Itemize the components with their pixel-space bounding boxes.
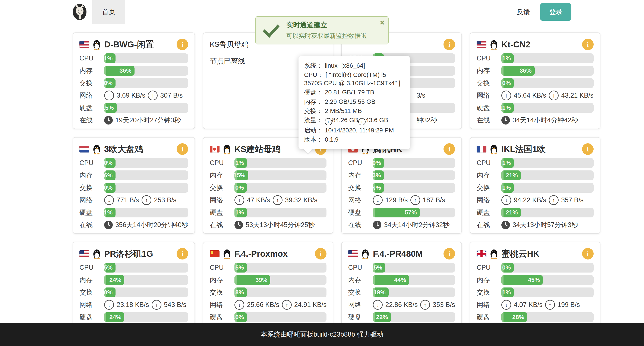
memory-usage-fill: 24% — [104, 275, 124, 285]
cpu-row: CPU 5% — [210, 263, 326, 272]
disk-label: 硬盘 — [476, 208, 501, 217]
tooltip-label: 系统： — [304, 62, 323, 69]
memory-usage-fill: 36% — [104, 66, 134, 76]
memory-percent: 24% — [109, 276, 121, 284]
nav-link-feedback[interactable]: 反馈 — [517, 8, 530, 16]
tooltip-label: 内存： — [304, 98, 323, 105]
swap-usage-bar: 1% — [501, 183, 594, 193]
network-label: 网络 — [476, 196, 501, 204]
memory-usage-bar: 15% — [234, 170, 326, 180]
online-text-fragment: 钟32秒 — [416, 116, 437, 125]
cpu-usage-bar: 1% — [501, 158, 594, 168]
clock-icon — [104, 116, 113, 124]
download-arrow-icon: ↓ — [501, 90, 511, 100]
server-name: Kt-CN2 — [501, 40, 530, 49]
cpu-row: CPU 1% — [210, 158, 326, 168]
site-logo-avatar[interactable] — [72, 4, 87, 20]
info-icon[interactable]: i — [176, 143, 188, 155]
toast-close-icon[interactable]: × — [380, 19, 384, 26]
memory-row: 内存 15% — [210, 170, 326, 180]
info-icon[interactable]: i — [444, 248, 455, 260]
disk-usage-bar: 28% — [501, 312, 594, 322]
network-label: 网络 — [80, 300, 104, 309]
swap-usage-fill: 19% — [373, 288, 388, 297]
swap-row: 交换 1% — [476, 183, 594, 193]
disk-percent: 1% — [235, 209, 244, 216]
swap-usage-bar: 0% — [104, 288, 188, 297]
country-flag-icon — [80, 146, 89, 152]
server-name: 3欧大盘鸡 — [104, 143, 143, 155]
tooltip-row-swap: 交换：2 MB/511 MB — [304, 107, 404, 115]
tooltip-value: linux- [x86_64] — [325, 62, 365, 69]
clock-icon — [234, 221, 243, 229]
network-speeds: ↓ 45.64 KB/s ↑ 43.21 KB/s — [501, 90, 594, 100]
server-metrics: CPU 0% 内存 3% 交换 N% — [348, 158, 455, 230]
swap-row: 交换 0% — [80, 183, 188, 193]
server-name: D-BWG-闲置 — [104, 39, 154, 50]
upload-arrow-icon: ↑ — [420, 300, 430, 310]
network-speeds: ↓ 4.07 KB/s ↑ 199 B/s — [501, 300, 580, 310]
footer-text-suffix: build·c23b88b 强力驱动 — [314, 330, 383, 339]
disk-label: 硬盘 — [80, 313, 104, 322]
network-row: 网络 ↓ 25.66 KB/s ↑ 24.91 KB/s — [210, 300, 326, 310]
disk-row: 硬盘 11% — [476, 103, 594, 113]
disk-usage-fill: 1% — [234, 208, 247, 218]
memory-usage-fill: 44% — [373, 275, 409, 285]
download-arrow-icon: ↓ — [234, 300, 244, 310]
swap-row: 交换 0% — [80, 78, 188, 88]
cpu-usage-bar: 0% — [501, 263, 594, 272]
swap-usage-bar: 19% — [373, 288, 455, 297]
memory-percent: 21% — [506, 172, 518, 179]
memory-usage-fill: 39% — [234, 275, 270, 285]
cpu-usage-bar: 15% — [373, 263, 455, 272]
upload-arrow-icon: ↑ — [282, 300, 292, 310]
cpu-row: CPU 1% — [476, 54, 594, 63]
server-metrics: CPU 1% 内存 36% 交换 0% — [476, 54, 594, 125]
info-icon[interactable]: i — [444, 39, 455, 50]
tooltip-label: 交换： — [304, 108, 323, 114]
country-flag-icon — [80, 250, 89, 257]
clock-icon — [373, 221, 381, 229]
memory-row: 内存 21% — [476, 170, 594, 180]
server-name: PR洛杉矶1G — [104, 248, 153, 260]
upload-arrow-icon: ↑ — [549, 195, 558, 205]
net-download-value: 25.66 KB/s — [247, 301, 279, 308]
info-icon[interactable]: i — [315, 248, 326, 260]
cpu-usage-bar: 5% — [234, 263, 326, 272]
online-row: 在线 34天14小时4分钟42秒 — [476, 115, 594, 125]
network-speeds: ↓ 25.66 KB/s ↑ 24.91 KB/s — [234, 300, 326, 310]
tooltip-row-system: 系统：linux- [x86_64] — [304, 62, 404, 70]
online-row: 在线 34天13小时57分钟3秒 — [476, 220, 594, 230]
footer-panel-link[interactable]: 哪吒面板 — [287, 330, 314, 339]
cpu-percent: 0% — [104, 160, 112, 166]
swap-row: 交换 1% — [476, 288, 594, 297]
nav-tab-home[interactable]: 首页 — [92, 0, 125, 24]
net-download-value: 22.86 KB/s — [385, 301, 418, 308]
server-card-header: D-BWG-闲置 i — [80, 38, 188, 50]
info-icon[interactable]: i — [582, 39, 594, 50]
server-card: D-BWG-闲置 i CPU 1% 内存 36% — [72, 32, 195, 129]
network-label: 网络 — [476, 300, 501, 309]
swap-label: 交换 — [210, 183, 234, 192]
disk-usage-bar: 57% — [373, 208, 455, 218]
info-icon[interactable]: i — [444, 143, 455, 155]
cpu-usage-fill: 1% — [234, 158, 247, 168]
tooltip-value: 0.1.9 — [325, 136, 339, 143]
server-info-tooltip: 系统：linux- [x86_64] CPU：[ "Intel(R) Core(… — [298, 56, 410, 149]
info-icon[interactable]: i — [176, 248, 188, 260]
info-icon[interactable]: i — [582, 143, 594, 155]
login-button[interactable]: 登录 — [540, 3, 572, 21]
swap-percent: 0% — [104, 184, 112, 191]
swap-usage-bar: 1% — [501, 288, 594, 297]
disk-percent: 24% — [109, 314, 121, 320]
net-upload-value: 39.32 KB/s — [285, 196, 318, 204]
cpu-usage-fill: 0% — [373, 158, 384, 168]
linux-tux-icon — [222, 144, 232, 154]
clock-icon — [501, 116, 510, 124]
network-row: 网络 ↓ 4.07 KB/s ↑ 199 B/s — [476, 300, 594, 310]
info-icon[interactable]: i — [176, 39, 188, 50]
swap-label: 交换 — [348, 288, 373, 297]
linux-tux-icon — [92, 248, 101, 259]
swap-usage-bar: N% — [373, 183, 455, 193]
info-icon[interactable]: i — [582, 248, 594, 260]
